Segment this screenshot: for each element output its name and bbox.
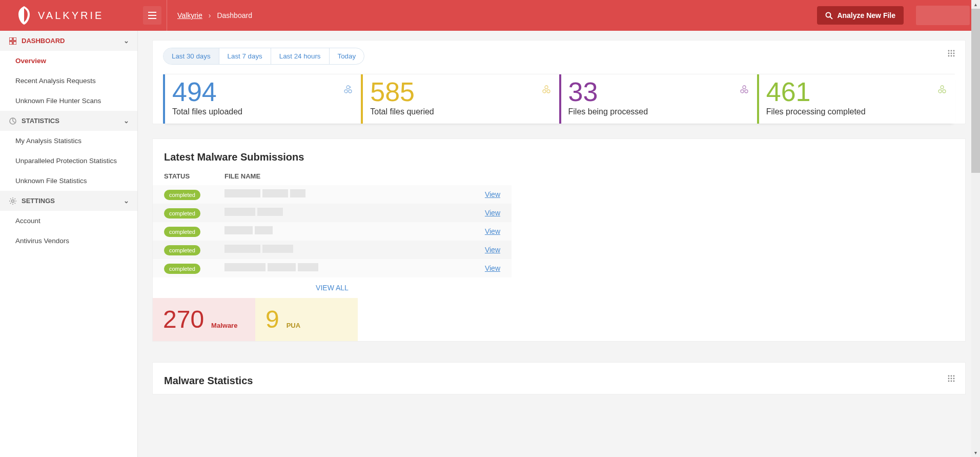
count-label: PUA	[287, 322, 300, 329]
svg-point-18	[349, 90, 352, 93]
count-pua: 9 PUA	[255, 298, 358, 341]
window-scrollbar[interactable]: ▴ ▾	[971, 0, 980, 457]
svg-point-13	[953, 53, 955, 54]
sidebar-item-antivirus-vendors[interactable]: Antivirus Vendors	[0, 231, 137, 251]
svg-point-35	[948, 381, 950, 382]
view-link[interactable]: View	[485, 190, 500, 198]
file-name-redacted	[224, 208, 283, 216]
scroll-down-icon[interactable]: ▾	[971, 448, 980, 457]
svg-rect-2	[9, 37, 12, 41]
sidebar-section-label: SETTINGS	[22, 197, 55, 205]
malware-statistics-panel: Malware Statistics	[152, 362, 966, 394]
scroll-up-icon[interactable]: ▴	[971, 0, 980, 9]
svg-point-33	[951, 378, 952, 380]
svg-point-22	[545, 86, 548, 89]
view-link[interactable]: View	[485, 264, 500, 272]
stat-value: 33	[568, 78, 748, 105]
svg-point-21	[547, 90, 550, 93]
scroll-thumb[interactable]	[971, 9, 980, 173]
counts-row: 270 Malware 9 PUA	[153, 298, 512, 341]
breadcrumb: Valkyrie › Dashboard	[177, 11, 252, 19]
latest-submissions-panel: Latest Malware Submissions STATUS FILE N…	[152, 138, 966, 342]
svg-point-0	[826, 12, 831, 17]
stat-value: 494	[172, 78, 352, 105]
svg-point-19	[346, 86, 350, 89]
menu-toggle-button[interactable]	[143, 6, 161, 25]
timerange-last30[interactable]: Last 30 days	[164, 48, 219, 64]
svg-point-11	[948, 53, 950, 54]
svg-point-12	[951, 53, 952, 54]
stat-label: Files processing completed	[766, 107, 946, 116]
file-name-redacted	[224, 226, 273, 234]
svg-point-36	[951, 381, 952, 382]
table-row: completed View	[153, 185, 512, 204]
svg-point-17	[344, 90, 348, 93]
header-divider	[167, 0, 167, 31]
menu-icon	[148, 12, 156, 19]
status-badge: completed	[164, 208, 200, 218]
sidebar-item-unknown-file-hunter[interactable]: Unknown File Hunter Scans	[0, 91, 137, 111]
stat-total-queried: 585 Total files queried	[361, 74, 559, 124]
sidebar-item-unknown-file-stats[interactable]: Unknown File Statistics	[0, 171, 137, 191]
sidebar-item-unparalleled-protection[interactable]: Unparalleled Protection Statistics	[0, 151, 137, 171]
table-header: STATUS FILE NAME	[153, 170, 512, 185]
gear-icon	[9, 197, 16, 205]
view-link[interactable]: View	[485, 227, 500, 235]
analyze-new-file-button[interactable]: Analyze New File	[817, 6, 904, 25]
file-name-redacted	[224, 189, 305, 197]
svg-point-23	[741, 90, 744, 93]
panel-title: Malware Statistics	[153, 363, 965, 394]
stat-processing-completed: 461 Files processing completed	[757, 74, 955, 124]
sidebar-item-recent-analysis[interactable]: Recent Analysis Requests	[0, 71, 137, 91]
sidebar: DASHBOARD ⌄ Overview Recent Analysis Req…	[0, 31, 138, 457]
sidebar-item-account[interactable]: Account	[0, 211, 137, 231]
table-row: completed View	[153, 241, 512, 259]
svg-point-26	[938, 90, 942, 93]
svg-point-31	[953, 375, 955, 377]
sidebar-item-overview[interactable]: Overview	[0, 51, 137, 71]
sidebar-section-dashboard[interactable]: DASHBOARD ⌄	[0, 31, 137, 51]
user-menu[interactable]	[916, 6, 970, 25]
svg-point-30	[951, 375, 952, 377]
breadcrumb-root-link[interactable]: Valkyrie	[177, 11, 202, 19]
svg-point-29	[948, 375, 950, 377]
status-badge: completed	[164, 190, 200, 200]
timerange-today[interactable]: Today	[330, 48, 364, 64]
table-row: completed View	[153, 259, 512, 277]
svg-point-34	[953, 378, 955, 380]
svg-rect-3	[13, 37, 16, 41]
svg-point-24	[745, 90, 748, 93]
chevron-down-icon: ⌄	[124, 197, 129, 205]
view-link[interactable]: View	[485, 246, 500, 254]
stat-total-uploaded: 494 Total files uploaded	[163, 74, 361, 124]
sidebar-section-statistics[interactable]: STATISTICS ⌄	[0, 111, 137, 131]
svg-point-14	[948, 55, 950, 57]
statistics-icon	[9, 117, 16, 125]
status-badge: completed	[164, 245, 200, 255]
stats-row: 494 Total files uploaded 585 Total files…	[163, 74, 955, 124]
stat-label: Total files uploaded	[172, 107, 352, 116]
svg-point-8	[948, 50, 950, 52]
svg-point-32	[948, 378, 950, 380]
card-menu-icon[interactable]	[948, 50, 955, 57]
svg-point-27	[943, 90, 946, 93]
dashboard-icon	[9, 37, 16, 45]
chevron-down-icon: ⌄	[124, 117, 129, 125]
timerange-last7[interactable]: Last 7 days	[219, 48, 271, 64]
brand-area: VALKYRIE	[0, 0, 138, 31]
stat-icon	[542, 85, 551, 94]
sidebar-section-settings[interactable]: SETTINGS ⌄	[0, 191, 137, 211]
top-bar: VALKYRIE Valkyrie › Dashboard Analyze Ne…	[0, 0, 980, 31]
search-icon	[825, 12, 833, 19]
card-menu-icon[interactable]	[948, 375, 955, 382]
timerange-last24[interactable]: Last 24 hours	[271, 48, 330, 64]
stat-icon	[740, 85, 749, 94]
svg-line-1	[830, 16, 833, 19]
view-all-link[interactable]: VIEW ALL	[153, 277, 512, 298]
sidebar-item-my-analysis-stats[interactable]: My Analysis Statistics	[0, 131, 137, 151]
svg-point-20	[543, 90, 546, 93]
file-name-redacted	[224, 245, 293, 253]
stat-icon	[937, 85, 947, 94]
view-link[interactable]: View	[485, 209, 500, 217]
stat-value: 585	[370, 78, 549, 105]
